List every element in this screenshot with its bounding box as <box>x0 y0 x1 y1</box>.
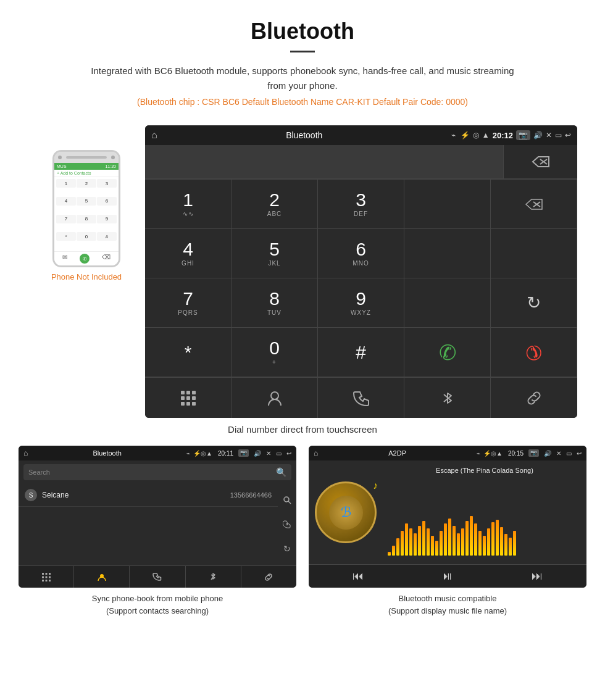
music-home-icon[interactable]: ⌂ <box>314 449 318 457</box>
main-caption: Dial number direct from touchscreen <box>0 424 605 435</box>
mini-contacts-btn[interactable] <box>74 566 130 588</box>
key-star[interactable]: * <box>145 328 232 377</box>
phone-dialpad: 1 2 3 4 5 6 7 8 9 * 0 # <box>54 177 119 251</box>
bluetooth-tool-btn[interactable] <box>404 378 491 418</box>
subtitle-text: Integrated with BC6 Bluetooth module, su… <box>86 64 519 93</box>
volume-icon[interactable]: 🔊 <box>533 131 543 140</box>
eq-bar <box>435 541 438 556</box>
key-7[interactable]: 7 PQRS <box>145 278 232 328</box>
phone-key-9: 9 <box>97 215 117 223</box>
play-pause-btn[interactable]: ⏯ <box>442 570 453 583</box>
back-icon[interactable]: ↩ <box>565 131 571 140</box>
contact-item[interactable]: S Seicane 13566664466 <box>19 484 278 507</box>
key-4[interactable]: 4 GHI <box>145 229 232 278</box>
music-status-icons: ⚡◎▲ <box>483 450 503 457</box>
backspace-action[interactable] <box>491 180 577 229</box>
eq-bar <box>401 531 404 556</box>
phone-contact-label: + Add to Contacts <box>54 170 119 177</box>
eq-bar <box>409 528 412 556</box>
phone-not-included-label: Phone Not Included <box>51 272 122 281</box>
music-back-icon[interactable]: ↩ <box>577 450 582 457</box>
album-inner-ring: ℬ <box>329 496 363 530</box>
key-5[interactable]: 5 JKL <box>232 229 318 278</box>
eq-bar <box>478 531 482 556</box>
phone-image: MUS11:20 + Add to Contacts 1 2 3 4 5 6 7… <box>52 150 120 267</box>
key-1[interactable]: 1 ∿∿ <box>145 180 232 229</box>
key-9[interactable]: 9 WXYZ <box>318 278 404 328</box>
bluetooth-icon: ⚡ <box>461 131 470 140</box>
eq-bar <box>388 552 391 556</box>
mini-home-icon[interactable]: ⌂ <box>23 449 28 457</box>
empty-cell-1 <box>404 180 491 229</box>
call-button[interactable]: ✆ <box>404 328 491 377</box>
key-8[interactable]: 8 TUV <box>232 278 318 328</box>
window-icon[interactable]: ▭ <box>555 131 562 140</box>
home-icon[interactable]: ⌂ <box>151 130 157 141</box>
mini-usb-icon: ⌁ <box>186 450 190 457</box>
phone-dot-2 <box>111 156 115 159</box>
eq-bar <box>513 531 516 556</box>
music-close-icon[interactable]: ✕ <box>556 450 561 457</box>
music-equalizer <box>388 478 582 558</box>
music-win-icon[interactable]: ▭ <box>566 450 572 457</box>
side-search-icon[interactable] <box>283 496 291 504</box>
eq-bar <box>392 546 395 556</box>
key-hash[interactable]: # <box>318 328 404 377</box>
svg-rect-25 <box>45 580 47 581</box>
svg-marker-3 <box>526 199 542 209</box>
mini-back-icon[interactable]: ↩ <box>286 450 291 457</box>
bluetooth-music-icon: ℬ <box>341 504 351 520</box>
next-track-btn[interactable]: ⏭ <box>532 570 543 583</box>
phonebook-time: 20:11 <box>218 450 233 457</box>
key-0[interactable]: 0 + <box>232 328 318 377</box>
eq-bar <box>474 523 477 556</box>
key-2[interactable]: 2 ABC <box>232 180 318 229</box>
key-3[interactable]: 3 DEF <box>318 180 404 229</box>
close-icon[interactable]: ✕ <box>546 131 552 140</box>
phone-call-btn[interactable]: ✆ <box>80 254 90 264</box>
prev-track-btn[interactable]: ⏮ <box>353 570 364 583</box>
backspace-button[interactable] <box>503 145 577 178</box>
contacts-tool-btn[interactable] <box>232 378 318 418</box>
music-cam-icon: 📷 <box>528 449 539 457</box>
signal-icon: ▲ <box>482 131 490 140</box>
music-time: 20:15 <box>508 450 524 457</box>
mini-bluetooth-btn[interactable] <box>186 566 241 588</box>
svg-point-15 <box>271 392 278 399</box>
eq-bar <box>444 523 447 556</box>
svg-rect-20 <box>49 573 51 575</box>
refresh-button[interactable]: ↻ <box>491 278 577 328</box>
dialpad-tool-btn[interactable] <box>145 378 232 418</box>
mini-link-btn[interactable] <box>241 566 296 588</box>
svg-rect-7 <box>186 391 190 394</box>
eq-bar <box>504 534 507 556</box>
music-info-area: Escape (The Pina Colada Song) <box>383 460 586 564</box>
phone-key-5: 5 <box>77 197 96 206</box>
svg-rect-12 <box>181 402 185 406</box>
phonebook-search-bar[interactable]: Search 🔍 <box>23 464 291 480</box>
key-6[interactable]: 6 MNO <box>318 229 404 278</box>
eq-bar <box>396 538 399 556</box>
mini-dialpad-btn[interactable] <box>19 566 74 588</box>
main-screen-row: MUS11:20 + Add to Contacts 1 2 3 4 5 6 7… <box>0 125 605 418</box>
svg-rect-6 <box>181 391 185 394</box>
hangup-button[interactable]: ✆ <box>491 328 577 377</box>
mini-phone-btn[interactable] <box>130 566 185 588</box>
phone-tool-btn[interactable] <box>318 378 404 418</box>
eq-bar <box>418 526 421 556</box>
mini-win-icon[interactable]: ▭ <box>276 450 282 457</box>
phonebook-status-bar: ⌂ Bluetooth ⌁ ⚡◎▲ 20:11 📷 🔊 ✕ ▭ ↩ <box>19 446 296 460</box>
link-tool-btn[interactable] <box>491 378 577 418</box>
empty-cell-2 <box>404 229 491 278</box>
dial-grid: 1 ∿∿ 2 ABC 3 DEF 4 GHI 5 JKL <box>145 179 577 377</box>
side-refresh-icon[interactable]: ↻ <box>283 544 291 554</box>
phone-mute-btn: ✉ <box>62 254 67 264</box>
svg-rect-8 <box>192 391 196 394</box>
side-phone-icon[interactable] <box>283 520 291 528</box>
camera-icon[interactable]: 📷 <box>516 130 530 140</box>
mini-close-icon[interactable]: ✕ <box>266 450 271 457</box>
music-status-bar: ⌂ A2DP ⌁ ⚡◎▲ 20:15 📷 🔊 ✕ ▭ ↩ <box>309 446 586 460</box>
phone-key-hash: # <box>97 232 117 241</box>
phonebook-panel: ⌂ Bluetooth ⌁ ⚡◎▲ 20:11 📷 🔊 ✕ ▭ ↩ Search… <box>19 446 296 617</box>
usb-icon: ⌁ <box>451 131 456 140</box>
